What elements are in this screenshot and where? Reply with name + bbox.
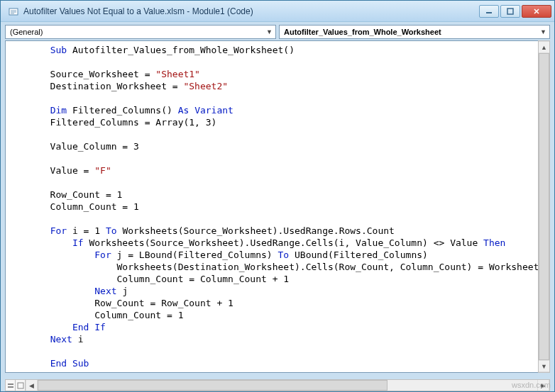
svg-rect-3 — [8, 383, 13, 385]
scroll-track[interactable] — [539, 53, 549, 360]
chevron-down-icon: ▼ — [266, 28, 273, 35]
scroll-down-icon[interactable]: ▼ — [539, 360, 549, 372]
object-dropdown-value: (General) — [10, 28, 43, 36]
watermark: wsxdn.com — [512, 381, 551, 389]
titlebar[interactable]: Autofilter Values Not Equal to a Value.x… — [1, 1, 554, 22]
svg-rect-1 — [486, 12, 492, 13]
window-buttons — [479, 5, 551, 18]
scroll-left-icon[interactable]: ◀ — [26, 380, 38, 391]
svg-rect-5 — [18, 383, 23, 388]
full-module-view-button[interactable] — [16, 380, 26, 391]
object-dropdown[interactable]: (General) ▼ — [5, 25, 276, 39]
close-button[interactable] — [522, 5, 551, 18]
vertical-scrollbar[interactable]: ▲ ▼ — [538, 40, 550, 373]
code-editor[interactable]: Sub Autofilter_Values_from_Whole_Workshe… — [6, 41, 549, 372]
svg-rect-2 — [507, 9, 513, 14]
minimize-button[interactable] — [479, 5, 499, 18]
procedure-dropdown-value: Autofilter_Values_from_Whole_Worksheet — [284, 28, 441, 36]
code-dropdowns: (General) ▼ Autofilter_Values_from_Whole… — [1, 22, 554, 39]
scroll-track[interactable] — [38, 380, 537, 391]
maximize-button[interactable] — [500, 5, 520, 18]
module-icon — [8, 6, 19, 17]
procedure-dropdown[interactable]: Autofilter_Values_from_Whole_Worksheet ▼ — [279, 25, 550, 39]
code-area: Sub Autofilter_Values_from_Whole_Workshe… — [5, 40, 550, 373]
scroll-thumb[interactable] — [38, 380, 388, 391]
chevron-down-icon: ▼ — [540, 28, 546, 35]
code-window: Autofilter Values Not Equal to a Value.x… — [0, 0, 555, 392]
scroll-up-icon[interactable]: ▲ — [539, 41, 549, 53]
svg-rect-4 — [8, 386, 13, 388]
scroll-thumb[interactable] — [539, 53, 549, 360]
horizontal-scrollbar[interactable]: ◀ ▶ — [5, 379, 550, 391]
window-title: Autofilter Values Not Equal to a Value.x… — [23, 6, 479, 16]
svg-rect-0 — [9, 9, 18, 15]
procedure-view-button[interactable] — [6, 380, 16, 391]
